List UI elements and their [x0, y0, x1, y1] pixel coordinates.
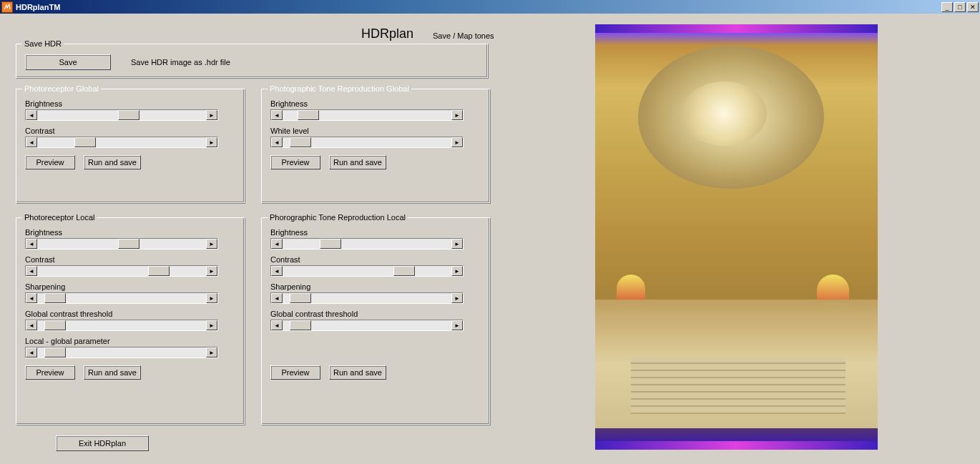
left-arrow-icon[interactable]: ◄: [271, 293, 283, 303]
pl-run-button[interactable]: Run and save: [84, 365, 141, 380]
left-arrow-icon[interactable]: ◄: [26, 347, 37, 357]
ptl-run-button[interactable]: Run and save: [329, 365, 386, 380]
ptl-sharpening-label: Sharpening: [270, 282, 481, 291]
pg-legend: Photoreceptor Global: [22, 84, 101, 93]
ptl-contrast-slider[interactable]: ◄ ►: [270, 265, 464, 277]
minimize-button[interactable]: _: [941, 2, 953, 12]
save-hdr-legend: Save HDR: [22, 39, 64, 48]
page-title: HDRplan: [361, 26, 413, 41]
pl-brightness-label: Brightness: [25, 228, 235, 237]
ptg-brightness-label: Brightness: [270, 99, 481, 108]
save-button[interactable]: Save: [25, 54, 111, 70]
left-arrow-icon[interactable]: ◄: [271, 320, 283, 330]
exit-button[interactable]: Exit HDRplan: [56, 435, 149, 451]
left-arrow-icon[interactable]: ◄: [26, 320, 37, 330]
right-arrow-icon[interactable]: ►: [451, 239, 463, 249]
maximize-button[interactable]: □: [954, 2, 966, 12]
left-arrow-icon[interactable]: ◄: [26, 239, 37, 249]
ptl-legend: Phorographic Tone Reproduction Local: [268, 213, 408, 222]
pl-gct-slider[interactable]: ◄ ►: [25, 320, 218, 331]
ptl-brightness-slider[interactable]: ◄ ►: [270, 238, 464, 250]
ptl-preview-button[interactable]: Preview: [270, 365, 320, 380]
left-arrow-icon[interactable]: ◄: [271, 110, 283, 120]
left-arrow-icon[interactable]: ◄: [26, 266, 37, 276]
pl-legend: Photoreceptor Local: [22, 213, 97, 222]
close-button[interactable]: ✕: [967, 2, 979, 12]
right-arrow-icon[interactable]: ►: [206, 266, 217, 276]
pl-lgp-label: Local - global parameter: [25, 337, 235, 345]
left-arrow-icon[interactable]: ◄: [271, 266, 283, 276]
ptg-preview-button[interactable]: Preview: [270, 155, 320, 169]
ptg-legend: Photographic Tone Reproduction Global: [268, 84, 411, 93]
right-arrow-icon[interactable]: ►: [451, 137, 463, 147]
preview-image: [595, 24, 878, 450]
ptl-sharpening-slider[interactable]: ◄ ►: [270, 292, 464, 304]
page-subtitle: Save / Map tones: [433, 31, 494, 40]
left-arrow-icon[interactable]: ◄: [26, 293, 37, 303]
content-area: HDRplan Save / Map tones Save HDR Save S…: [0, 14, 980, 464]
ptl-contrast-label: Contrast: [270, 255, 481, 264]
photoreceptor-local-panel: Photoreceptor Local Brightness ◄ ► Contr…: [16, 217, 245, 425]
save-desc: Save HDR image as .hdr file: [131, 58, 230, 66]
left-arrow-icon[interactable]: ◄: [26, 137, 37, 147]
ptl-gct-slider[interactable]: ◄ ►: [270, 320, 464, 331]
pl-contrast-slider[interactable]: ◄ ►: [25, 265, 218, 277]
photographic-global-panel: Photographic Tone Reproduction Global Br…: [261, 89, 490, 203]
pl-sharpening-slider[interactable]: ◄ ►: [25, 292, 218, 304]
ptg-brightness-slider[interactable]: ◄ ►: [270, 109, 464, 121]
ptg-white-label: White level: [270, 127, 481, 135]
pg-brightness-label: Brightness: [25, 99, 235, 108]
save-hdr-panel: Save HDR Save Save HDR image as .hdr fil…: [16, 44, 488, 78]
ptl-brightness-label: Brightness: [270, 228, 481, 237]
right-arrow-icon[interactable]: ►: [451, 320, 463, 330]
pl-lgp-slider[interactable]: ◄ ►: [25, 347, 218, 358]
right-arrow-icon[interactable]: ►: [206, 347, 217, 357]
right-arrow-icon[interactable]: ►: [451, 293, 463, 303]
left-arrow-icon[interactable]: ◄: [271, 137, 283, 147]
photoreceptor-global-panel: Photoreceptor Global Brightness ◄ ► Cont…: [16, 89, 245, 203]
right-arrow-icon[interactable]: ►: [206, 137, 217, 147]
pl-contrast-label: Contrast: [25, 255, 235, 264]
photographic-local-panel: Phorographic Tone Reproduction Local Bri…: [261, 217, 490, 425]
pg-preview-button[interactable]: Preview: [25, 155, 75, 169]
right-arrow-icon[interactable]: ►: [206, 320, 217, 330]
app-icon: [1, 1, 13, 13]
right-arrow-icon[interactable]: ►: [206, 110, 217, 120]
title-bar: HDRplanTM _ □ ✕: [0, 0, 980, 14]
pl-preview-button[interactable]: Preview: [25, 365, 75, 380]
window-title: HDRplanTM: [16, 3, 940, 11]
right-arrow-icon[interactable]: ►: [206, 293, 217, 303]
right-arrow-icon[interactable]: ►: [206, 239, 217, 249]
pl-brightness-slider[interactable]: ◄ ►: [25, 238, 218, 250]
left-arrow-icon[interactable]: ◄: [271, 239, 283, 249]
ptl-gct-label: Global contrast threshold: [270, 310, 481, 318]
ptg-white-slider[interactable]: ◄ ►: [270, 137, 464, 148]
pl-gct-label: Global contrast threshold: [25, 310, 235, 318]
pl-sharpening-label: Sharpening: [25, 282, 235, 291]
pg-run-button[interactable]: Run and save: [84, 155, 141, 169]
left-arrow-icon[interactable]: ◄: [26, 110, 37, 120]
ptg-run-button[interactable]: Run and save: [329, 155, 386, 169]
pg-contrast-slider[interactable]: ◄ ►: [25, 137, 218, 148]
right-arrow-icon[interactable]: ►: [451, 110, 463, 120]
pg-brightness-slider[interactable]: ◄ ►: [25, 109, 218, 121]
right-arrow-icon[interactable]: ►: [451, 266, 463, 276]
pg-contrast-label: Contrast: [25, 127, 235, 135]
